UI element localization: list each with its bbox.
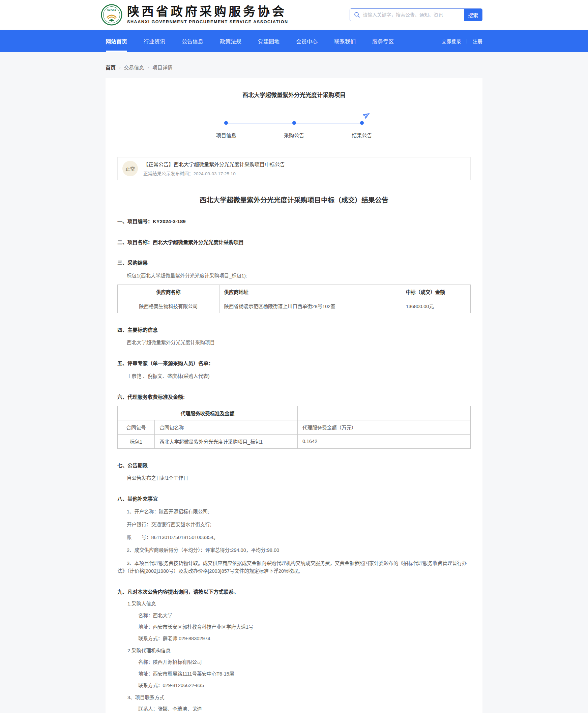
column-header: 代理服务费金额（万元） [297,420,470,434]
login-link[interactable]: 立即登录 [442,37,461,44]
page: SXGPA 陕西省政府采购服务协会 SHAANXI GOVERNMENT PRO… [0,0,588,713]
column-header: 供应商名称 [118,285,219,299]
empty-cell [297,406,470,420]
purchaser-name: 名称：西北大学 [117,612,471,620]
purchaser-info-title: 1.采购人信息 [117,600,471,608]
section-7-heading: 七、公告期限 [117,462,471,469]
search-button[interactable]: 搜索 [464,9,482,21]
table-row: 标包1 西北大学超微量紫外分光光度计采购项目_标包1 0.1642 [118,434,471,448]
project-title: 西北大学超微量紫外分光光度计采购项目 [106,88,482,107]
table-row: 陕西格美生物科技有限公司 陕西省杨凌示范区杨陵街道上川口西单街28号102室 1… [118,299,471,313]
supplier-address-cell: 陕西省杨凌示范区杨陵街道上川口西单街28号102室 [219,299,401,313]
project-contact-persons: 联系人：张娜、李瑞洁、戈迪 [117,705,471,713]
bank-line: 开户银行：交通银行西安甜水井街支行; [117,521,471,529]
agency-info-title: 2.采购代理机构信息 [117,647,471,655]
account-name-line: 1、开户名称：陕西开源招标有限公司; [117,508,471,516]
score-line: 2、成交供应商最后得分（平均分）：评审总得分:294.00，平均分:98.00 [117,546,471,554]
column-header: 供应商地址 [219,285,401,299]
supplier-name-cell: 陕西格美生物科技有限公司 [118,299,219,313]
package-name-cell: 西北大学超微量紫外分光光度计采购项目_标包1 [154,434,297,448]
breadcrumb-home[interactable]: 首页 [106,64,115,71]
package-id-cell: 标包1 [118,434,155,448]
purchaser-address: 地址：西安市长安区郭杜教育科技产业区学府大道1号 [117,623,471,631]
section-5-heading: 五、评审专家（单一来源采购人员）名单： [117,360,471,368]
result-table: 供应商名称 供应商地址 中标（成交）金额 陕西格美生物科技有限公司 陕西省杨凌示… [117,285,471,313]
announcement-document: 西北大学超微量紫外分光光度计采购项目中标（成交）结果公告 一、项目编号：KY20… [106,195,482,713]
breadcrumb-current: 项目详情 [152,64,173,71]
table-header-row: 合同包号 合同包名称 代理服务费金额（万元） [118,420,471,434]
nav-item-service-zone[interactable]: 服务专区 [372,30,394,52]
section-6-heading: 六、代理服务收费标准及金额: [117,393,471,401]
login-register-divider: ｜ [465,37,470,44]
search-box: 搜索 [350,8,482,21]
section-9-heading: 九、凡对本次公告内容提出询问，请按以下方式联系。 [117,588,471,596]
notice-title: 【正常公告】西北大学超微量紫外分光光度计采购项目中标公告 [143,161,285,168]
agency-fee-note: 3、本项目代理服务费按货物计取。成交供应商应依据成交金额向采购代理机构交纳成交服… [117,560,471,575]
result-package-note: 标包1(西北大学超微量紫外分光光度计采购项目_标包1): [117,272,471,280]
step-result-notice[interactable]: 结果公告 [338,121,385,139]
nav-item-party-building[interactable]: 党建园地 [258,30,279,52]
brand: SXGPA 陕西省政府采购服务协会 SHAANXI GOVERNMENT PRO… [101,4,288,26]
merged-header-cell: 代理服务收费标准及金额 [118,406,298,420]
step-dot [360,121,364,125]
step-label: 结果公告 [338,131,385,139]
purchaser-contact: 联系方式：薛老师 029-88302974 [117,635,471,643]
section-4-heading: 四、主要标的信息 [117,326,471,334]
account-number-line: 账 号：86113010750181501003354。 [117,534,471,541]
breadcrumb-separator: › [147,65,149,70]
section-7-content: 自公告发布之日起1个工作日 [117,474,471,482]
nav-item-industry-news[interactable]: 行业资讯 [144,30,165,52]
section-5-content: 王彦艳 、倪振文、盛庆林(采购人代表) [117,373,471,380]
step-label: 项目信息 [203,131,250,139]
project-detail-card: 西北大学超微量紫外分光光度计采购项目 项目信息 采购公告 结果公告 [106,78,482,713]
search-input[interactable] [363,9,464,21]
section-3-heading: 三、采购结果 [117,259,471,267]
nav-item-announcements[interactable]: 公告信息 [182,30,203,52]
nav-item-policies[interactable]: 政策法规 [220,30,241,52]
breadcrumb-separator: › [119,65,120,70]
step-project-info[interactable]: 项目信息 [203,121,250,139]
association-logo-icon: SXGPA [101,4,122,26]
breadcrumb: 首页 › 交易信息 › 项目详情 [106,64,482,71]
column-header: 合同包名称 [154,420,297,434]
column-header: 中标（成交）金额 [401,285,470,299]
section-1-heading: 一、项目编号：KY2024-3-189 [117,218,471,226]
agency-contact: 联系方式：029-81206622-835 [117,681,471,689]
site-title: 陕西省政府采购服务协会 [127,5,288,19]
paper-plane-icon [363,111,371,120]
agency-fee-table: 代理服务收费标准及金额 合同包号 合同包名称 代理服务费金额（万元） 标包1 西… [117,406,471,449]
section-8-heading: 八、其他补充事宜 [117,495,471,503]
project-stepper: 项目信息 采购公告 结果公告 [106,107,482,148]
step-procurement-notice[interactable]: 采购公告 [270,121,318,139]
register-link[interactable]: 注册 [473,37,482,44]
logo-badge-text: SXGPA [107,9,116,12]
fee-amount-cell: 0.1642 [297,434,470,448]
step-dot [224,121,228,125]
section-4-content: 西北大学超微量紫外分光光度计采购项目 [117,339,471,347]
column-header: 合同包号 [118,420,155,434]
table-header-row: 供应商名称 供应商地址 中标（成交）金额 [118,285,471,299]
main-navigation: 网站首页 行业资讯 公告信息 政策法规 党建园地 会员中心 联系我们 服务专区 … [0,30,588,52]
top-header: SXGPA 陕西省政府采购服务协会 SHAANXI GOVERNMENT PRO… [0,0,588,30]
nav-item-member-center[interactable]: 会员中心 [296,30,318,52]
table-merged-header-row: 代理服务收费标准及金额 [118,406,471,420]
search-icon [350,12,363,18]
status-badge: 正常 [122,161,138,176]
step-dot [292,121,296,125]
section-2-heading: 二、项目名称：西北大学超微量紫外分光光度计采购项目 [117,239,471,247]
project-contact-title: 3、项目联系方式 [117,694,471,701]
announcement-title: 西北大学超微量紫外分光光度计采购项目中标（成交）结果公告 [117,195,471,205]
nav-item-contact-us[interactable]: 联系我们 [334,30,356,52]
award-amount-cell: 136800.00元 [401,299,470,313]
nav-item-home[interactable]: 网站首页 [106,30,127,52]
notice-publish-time: 正常结果公示发布时间：2024-09-03 17:25:10 [143,170,285,177]
agency-name: 名称：陕西开源招标有限公司 [117,658,471,666]
agency-address: 地址：西安市雁展路1111号莱安中心T6-15层 [117,670,471,678]
breadcrumb-trade-info[interactable]: 交易信息 [124,64,144,71]
site-subtitle: SHAANXI GOVERNMENT PROCUREMENT SERVICE A… [127,20,288,24]
notice-card: 正常 【正常公告】西北大学超微量紫外分光光度计采购项目中标公告 正常结果公示发布… [117,157,471,180]
step-label: 采购公告 [270,131,318,139]
